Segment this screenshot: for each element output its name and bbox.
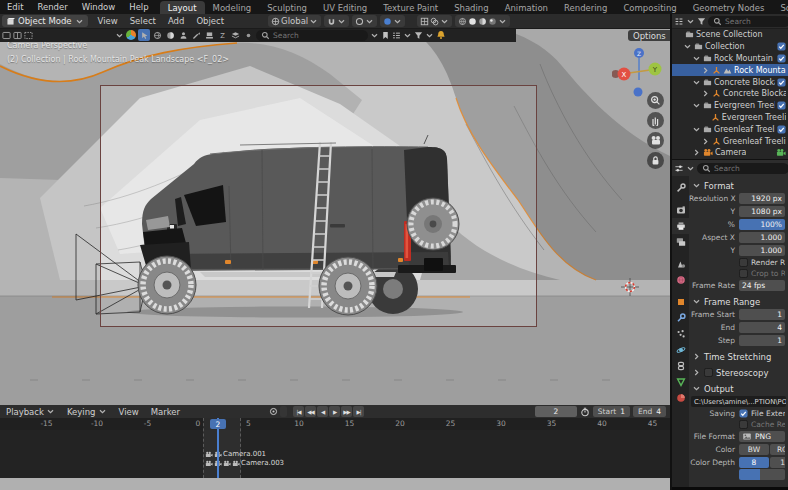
outliner-row-collection[interactable]: Collection	[672, 41, 788, 53]
color-wheel-icon[interactable]	[126, 30, 136, 40]
jump-to-end-button[interactable]: ▶|	[353, 406, 364, 417]
outliner-row-concrete-blockade[interactable]: Concrete Blockade	[672, 76, 788, 88]
section-header-frame_range[interactable]: Frame Range	[689, 295, 788, 308]
viewport-3d[interactable]: Camera Perspective (2) Collection | Rock…	[0, 28, 670, 405]
outliner-filter-icon[interactable]	[697, 17, 706, 26]
properties-tab-constraints[interactable]	[672, 358, 689, 374]
options-dropdown[interactable]: Options	[628, 30, 670, 41]
frame-end-field[interactable]: End 4	[633, 406, 666, 417]
collection-checkbox-icon[interactable]	[777, 54, 786, 63]
checkbox-icon[interactable]	[739, 420, 748, 429]
outliner-row-evergreen-treeline[interactable]: Evergreen Treeline	[672, 112, 788, 124]
outliner-search[interactable]	[708, 16, 788, 27]
output-path-field[interactable]: C:\Users\amine\...PTION\POST P	[691, 396, 786, 407]
viewport-menu-add[interactable]: Add	[162, 16, 190, 26]
outliner-row-camera[interactable]: Camera	[672, 147, 788, 159]
section-header-time_stretching[interactable]: Time Stretching	[689, 350, 788, 363]
toolbar-search-input[interactable]	[273, 31, 363, 40]
camera-data-icon[interactable]	[776, 148, 786, 157]
chevron-down-icon[interactable]	[370, 31, 379, 40]
falloff-control[interactable]	[380, 15, 405, 27]
tab-geometry-nodes[interactable]: Geometry Nodes	[685, 1, 773, 14]
properties-tab-view-layer[interactable]	[672, 234, 689, 250]
toolbar-icon-4[interactable]	[177, 29, 189, 41]
toolbar-icon-8[interactable]	[229, 29, 241, 41]
chevron-right-icon[interactable]	[701, 66, 710, 75]
menu-edit[interactable]: Edit	[0, 2, 30, 12]
outliner-row-rock-mountain-peak-landscape[interactable]: Rock Mountain Peak Landscape	[672, 53, 788, 65]
option-16[interactable]: 16	[770, 457, 785, 468]
tab-texture-paint[interactable]: Texture Paint	[375, 1, 446, 14]
properties-search[interactable]	[697, 163, 788, 174]
transform-orientation-dropdown[interactable]: Global	[268, 15, 321, 27]
gizmo-overlay-toggles[interactable]	[417, 15, 452, 27]
window-icon[interactable]	[2, 31, 11, 40]
properties-tab-material[interactable]	[672, 390, 689, 406]
viewport-canvas[interactable]	[0, 28, 670, 405]
menu-render[interactable]: Render	[30, 2, 74, 12]
properties-tab-object[interactable]	[672, 294, 689, 310]
outliner-row-evergreen-treeline-bac[interactable]: Evergreen Treeline Bac	[672, 100, 788, 112]
timeline-ruler[interactable]: -15-10-5051015202530354045	[0, 418, 670, 430]
collection-checkbox-icon[interactable]	[777, 42, 786, 51]
toolbar-icon-2[interactable]	[151, 29, 163, 41]
toolbar-icon-7[interactable]: Z	[216, 29, 228, 41]
chevron-down-icon[interactable]	[115, 31, 124, 40]
toolbar-icon-1[interactable]	[138, 29, 150, 41]
properties-tab-tool[interactable]	[672, 180, 689, 196]
show-overlays-icon[interactable]	[430, 17, 439, 26]
outliner-row-greenleaf-treeline-bac[interactable]: Greenleaf Treeline Bac	[672, 123, 788, 135]
properties-search-input[interactable]	[714, 164, 784, 173]
current-frame-field[interactable]: 2	[535, 406, 577, 417]
option-8[interactable]: 8	[739, 457, 769, 468]
move-view-button[interactable]	[647, 112, 664, 129]
outliner-row-concrete-blockade[interactable]: Concrete Blockade	[672, 88, 788, 100]
timeline-menu-view[interactable]: View	[113, 407, 145, 417]
tab-compositing[interactable]: Compositing	[615, 1, 684, 14]
window-grid-icon[interactable]	[24, 31, 33, 40]
stopwatch-icon[interactable]	[580, 407, 590, 417]
filter-icon[interactable]	[414, 31, 423, 40]
properties-tab-object-data[interactable]	[672, 374, 689, 390]
play-reverse-button[interactable]: ◀	[317, 406, 328, 417]
option-bw[interactable]: BW	[739, 444, 769, 455]
mode-selector[interactable]: Object Mode	[2, 15, 88, 27]
auto-keying-button[interactable]	[268, 406, 279, 417]
prop-field[interactable]: 4	[739, 322, 785, 333]
keying-extra-button[interactable]	[280, 406, 287, 417]
chevron-down-icon[interactable]	[692, 54, 701, 63]
prop-dropdown[interactable]: 24 fps	[739, 280, 785, 291]
material-preview-icon[interactable]	[478, 17, 487, 26]
properties-tab-output[interactable]	[672, 218, 689, 234]
properties-tab-particles[interactable]	[672, 326, 689, 342]
snap-control[interactable]	[324, 15, 349, 27]
lock-view-button[interactable]	[647, 152, 664, 169]
outliner-search-input[interactable]	[725, 17, 785, 26]
prop-slider[interactable]: 100%	[739, 219, 785, 230]
playhead-frame-tag[interactable]: 2	[210, 419, 226, 429]
tab-rendering[interactable]: Rendering	[556, 1, 615, 14]
prop-field[interactable]: 1	[739, 309, 785, 320]
checkbox-icon[interactable]	[739, 269, 748, 278]
rendered-shading-icon[interactable]	[488, 17, 497, 26]
properties-tab-world[interactable]	[672, 272, 689, 288]
collection-checkbox-icon[interactable]	[777, 125, 786, 134]
viewport-menu-select[interactable]: Select	[124, 16, 162, 26]
play-button[interactable]: ▶	[329, 406, 340, 417]
solid-shading-icon[interactable]	[468, 17, 477, 26]
timeline-tracks[interactable]: Camera.001Camera.003	[0, 430, 670, 478]
tab-uv-editing[interactable]: UV Editing	[315, 1, 375, 14]
show-gizmo-icon[interactable]	[420, 17, 429, 26]
chevron-down-icon[interactable]	[692, 101, 701, 110]
zoom-button[interactable]	[647, 92, 664, 109]
wireframe-shading-icon[interactable]	[458, 17, 467, 26]
collection-checkbox-icon[interactable]	[777, 101, 786, 110]
tab-sculpting[interactable]: Sculpting	[259, 1, 315, 14]
section-header-output[interactable]: Output	[689, 382, 788, 395]
chevron-down-icon[interactable]	[692, 125, 701, 134]
properties-tab-modifiers[interactable]	[672, 310, 689, 326]
timeline-menu-keying[interactable]: Keying	[61, 407, 113, 417]
prop-field[interactable]: 1080 px	[739, 206, 785, 217]
properties-tab-scene[interactable]	[672, 256, 689, 272]
chevron-down-icon[interactable]	[683, 42, 692, 51]
